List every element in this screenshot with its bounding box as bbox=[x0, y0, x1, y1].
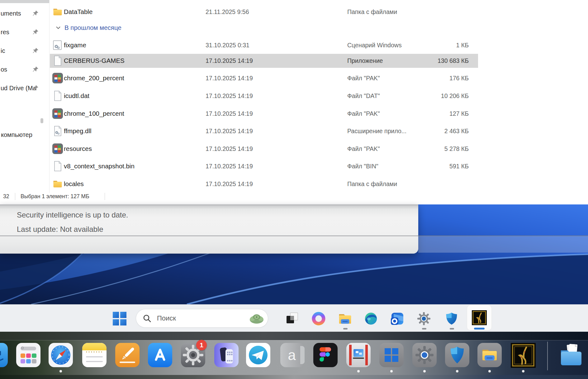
search-highlight-plant-icon bbox=[249, 310, 265, 326]
file-name: v8_context_snapshot.bin bbox=[64, 162, 135, 170]
status-bar: 32 Выбран 1 элемент: 127 МБ bbox=[0, 190, 588, 202]
status-divider bbox=[15, 193, 15, 200]
file-row-locales[interactable]: locales 17.10.2025 14:19 Папка с файлами bbox=[0, 177, 588, 191]
running-indicator bbox=[456, 370, 458, 372]
folder-icon bbox=[52, 7, 63, 17]
app-store-icon[interactable] bbox=[148, 343, 172, 367]
windows-security-dock-icon[interactable] bbox=[445, 343, 469, 367]
search-icon bbox=[143, 314, 151, 323]
security-status-text: Security intelligence is up to date. bbox=[17, 211, 128, 219]
file-date: 17.10.2025 14:19 bbox=[206, 110, 253, 117]
file-size: 130 683 КБ bbox=[400, 57, 469, 64]
file-type: Папка с файлами bbox=[347, 180, 397, 188]
launchpad-icon[interactable] bbox=[16, 343, 40, 367]
blank-file-icon bbox=[52, 55, 63, 66]
file-date: 17.10.2025 14:19 bbox=[206, 57, 253, 64]
dock-divider bbox=[547, 342, 548, 370]
windows-script-icon bbox=[52, 126, 63, 136]
file-row-datatable[interactable]: DataTable 21.11.2025 9:56 Папка с файлам… bbox=[0, 5, 588, 19]
svg-text:a: a bbox=[288, 347, 296, 363]
telegram-icon[interactable] bbox=[246, 343, 270, 367]
running-indicator bbox=[450, 328, 454, 330]
cerberus-games-dock-icon[interactable] bbox=[511, 343, 536, 368]
file-type: Сценарий Windows bbox=[347, 42, 402, 49]
file-name: ffmpeg.dll bbox=[64, 127, 92, 135]
file-date: 21.11.2025 9:56 bbox=[206, 8, 249, 16]
file-row-fixgame[interactable]: fixgame 31.10.2025 0:31 Сценарий Windows… bbox=[0, 38, 588, 52]
windows-script-icon bbox=[52, 40, 63, 50]
start-button-icon[interactable] bbox=[112, 311, 127, 326]
copilot-icon[interactable] bbox=[311, 311, 326, 326]
file-name: icudtl.dat bbox=[64, 92, 89, 100]
safari-icon[interactable] bbox=[49, 343, 73, 367]
running-indicator bbox=[357, 370, 360, 372]
security-last-update-text: Last update: Not available bbox=[17, 225, 103, 234]
screen: uments res ic os ud Drive (Ma компьютер … bbox=[0, 0, 588, 379]
file-type: Файл "PAK" bbox=[347, 145, 380, 152]
file-type: Файл "BIN" bbox=[347, 163, 378, 170]
file-name: locales bbox=[64, 180, 84, 188]
search-placeholder: Поиск bbox=[157, 314, 176, 322]
file-date: 17.10.2025 14:19 bbox=[206, 180, 253, 188]
file-date: 17.10.2025 14:19 bbox=[206, 145, 253, 152]
file-name: resources bbox=[64, 145, 92, 152]
running-indicator bbox=[59, 370, 62, 372]
windows-11-icon[interactable] bbox=[379, 343, 404, 367]
file-size: 591 КБ bbox=[400, 163, 469, 170]
file-name: chrome_100_percent bbox=[64, 110, 124, 117]
windows-security-panel: Security intelligence is up to date. Las… bbox=[0, 204, 418, 254]
file-type: Файл "DAT" bbox=[347, 92, 380, 100]
iphone-mirroring-icon[interactable] bbox=[214, 343, 239, 367]
windows-security-shield-icon[interactable] bbox=[444, 311, 459, 326]
sidebar-selected-item-remnant bbox=[0, 0, 49, 3]
archive-icon bbox=[52, 143, 63, 154]
file-row-cerberus-games[interactable]: CERBERUS-GAMES 17.10.2025 14:19 Приложен… bbox=[0, 54, 588, 68]
running-indicator bbox=[423, 370, 426, 372]
file-date: 17.10.2025 14:19 bbox=[206, 92, 253, 100]
outlook-icon[interactable] bbox=[390, 311, 404, 326]
file-row-v8-context-snapshot[interactable]: v8_context_snapshot.bin 17.10.2025 14:19… bbox=[0, 159, 588, 173]
group-header-last-month[interactable]: В прошлом месяце bbox=[0, 21, 588, 34]
notification-badge: 1 bbox=[196, 340, 207, 350]
notes-icon[interactable] bbox=[82, 343, 107, 367]
figma-icon[interactable] bbox=[313, 343, 338, 367]
file-row-chrome-200-percent[interactable]: chrome_200_percent 17.10.2025 14:19 Файл… bbox=[0, 71, 588, 85]
file-type: Файл "PAK" bbox=[347, 110, 380, 117]
blank-file-icon bbox=[52, 91, 63, 101]
file-name: fixgame bbox=[64, 41, 86, 49]
task-view-icon[interactable] bbox=[285, 311, 299, 326]
taskbar-search-input[interactable]: Поиск bbox=[136, 309, 268, 327]
file-type: Файл "PAK" bbox=[347, 75, 380, 82]
settings-gear-icon[interactable] bbox=[417, 311, 431, 326]
group-header-label: В прошлом месяце bbox=[64, 24, 121, 31]
file-row-resources[interactable]: resources 17.10.2025 14:19 Файл "PAK" 5 … bbox=[0, 142, 588, 156]
cerberus-games-icon[interactable] bbox=[472, 310, 487, 325]
finder-icon[interactable] bbox=[0, 343, 8, 367]
parallels-icon[interactable] bbox=[346, 343, 371, 367]
mac-wallpaper-bottom-strip bbox=[0, 375, 588, 379]
file-size: 176 КБ bbox=[400, 75, 469, 82]
file-type: Папка с файлами bbox=[347, 8, 397, 16]
file-size: 127 КБ bbox=[400, 110, 469, 117]
file-name: DataTable bbox=[64, 8, 92, 16]
edge-icon[interactable] bbox=[364, 311, 378, 326]
pages-icon[interactable] bbox=[115, 343, 140, 367]
documents-folder-icon[interactable] bbox=[559, 343, 583, 367]
blank-file-icon bbox=[52, 161, 63, 171]
file-row-chrome-100-percent[interactable]: chrome_100_percent 17.10.2025 14:19 Файл… bbox=[0, 106, 588, 121]
running-indicator bbox=[390, 370, 393, 372]
file-date: 31.10.2025 0:31 bbox=[206, 42, 249, 49]
file-explorer-icon[interactable] bbox=[338, 311, 352, 326]
file-name: CERBERUS-GAMES bbox=[64, 57, 125, 64]
file-row-icudtl-dat[interactable]: icudtl.dat 17.10.2025 14:19 Файл "DAT" 1… bbox=[0, 89, 588, 103]
windows-settings-icon[interactable] bbox=[412, 343, 437, 367]
file-date: 17.10.2025 14:19 bbox=[206, 128, 253, 135]
file-date: 17.10.2025 14:19 bbox=[206, 75, 253, 82]
file-size: 2 463 КБ bbox=[400, 128, 469, 135]
windows-folder-dock-icon[interactable] bbox=[477, 343, 502, 367]
window-edge-haze bbox=[418, 236, 588, 253]
running-indicator bbox=[422, 328, 426, 330]
file-row-ffmpeg-dll[interactable]: ffmpeg.dll 17.10.2025 14:19 Расширение п… bbox=[0, 124, 588, 138]
archive-icon bbox=[52, 108, 63, 119]
atext-icon[interactable]: a bbox=[280, 343, 305, 367]
